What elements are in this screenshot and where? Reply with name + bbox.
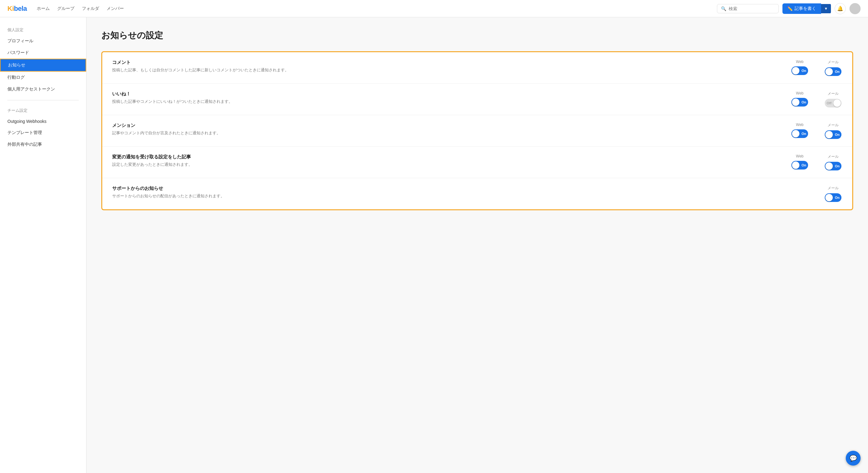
nav-home[interactable]: ホーム xyxy=(37,6,50,11)
write-button-label: 記事を書く xyxy=(795,6,816,11)
mention-web-text: On xyxy=(802,132,806,135)
comment-toggles: Web On メール On xyxy=(790,60,842,76)
like-mail-group: メール Off xyxy=(824,91,842,107)
watch-web-text: On xyxy=(802,163,806,167)
sidebar-item-notification[interactable]: お知らせ xyxy=(0,59,86,72)
mention-title: メンション xyxy=(112,123,790,128)
sidebar-item-activity-log[interactable]: 行動ログ xyxy=(0,72,86,83)
support-title: サポートからのお知らせ xyxy=(112,186,824,191)
notification-info-watch: 変更の通知を受け取る設定をした記事 設定した変更があったときに通知されます。 xyxy=(112,154,790,167)
support-mail-toggle[interactable]: On xyxy=(825,193,841,202)
pencil-icon: ✏️ xyxy=(787,6,793,11)
header-right: 🔍 ✏️ 記事を書く ▼ 🔔 xyxy=(717,3,861,14)
notification-info-comment: コメント 投稿した記事、もしくは自分がコメントした記事に新しいコメントがついたと… xyxy=(112,60,790,73)
like-web-knob xyxy=(792,98,799,106)
chat-button[interactable]: 💬 xyxy=(846,451,861,466)
write-button[interactable]: ✏️ 記事を書く xyxy=(782,3,821,14)
watch-web-label: Web xyxy=(796,154,803,158)
sidebar-divider xyxy=(7,100,79,100)
comment-web-knob xyxy=(792,67,799,74)
mention-mail-text: On xyxy=(835,133,840,136)
watch-mail-label: メール xyxy=(828,154,839,159)
mention-desc: 記事やコメント内で自分が言及されたときに通知されます。 xyxy=(112,130,790,136)
support-toggles: メール On xyxy=(824,186,842,202)
sidebar-item-webhooks[interactable]: Outgoing Webhooks xyxy=(0,116,86,127)
watch-mail-group: メール On xyxy=(824,154,842,170)
notification-row-like: いいね！ 投稿した記事やコメントにいいね！がついたときに通知されます。 Web … xyxy=(102,84,852,115)
write-btn-group: ✏️ 記事を書く ▼ xyxy=(782,3,831,14)
notification-info-like: いいね！ 投稿した記事やコメントにいいね！がついたときに通知されます。 xyxy=(112,91,790,104)
comment-web-label: Web xyxy=(796,60,803,64)
notification-info-mention: メンション 記事やコメント内で自分が言及されたときに通知されます。 xyxy=(112,123,790,136)
notification-row-comment: コメント 投稿した記事、もしくは自分がコメントした記事に新しいコメントがついたと… xyxy=(102,52,852,84)
like-mail-knob xyxy=(833,99,841,107)
like-web-text: On xyxy=(802,100,806,104)
write-button-dropdown[interactable]: ▼ xyxy=(821,4,831,13)
comment-web-text: On xyxy=(802,69,806,72)
comment-mail-group: メール On xyxy=(824,60,842,76)
like-toggles: Web On メール Off xyxy=(790,91,842,107)
header: Kibela ホーム グループ フォルダ メンバー 🔍 ✏️ 記事を書く ▼ 🔔 xyxy=(0,0,868,17)
comment-web-toggle[interactable]: On xyxy=(792,66,808,75)
search-icon: 🔍 xyxy=(721,6,726,11)
main-content: お知らせの設定 コメント 投稿した記事、もしくは自分がコメントした記事に新しいコ… xyxy=(87,17,868,473)
mention-mail-toggle[interactable]: On xyxy=(825,130,841,139)
logo[interactable]: Kibela xyxy=(7,5,27,13)
like-mail-label: メール xyxy=(828,91,839,96)
sidebar-item-external-share[interactable]: 外部共有中の記事 xyxy=(0,138,86,150)
like-mail-text: Off xyxy=(827,101,832,105)
sidebar-item-access-token[interactable]: 個人用アクセストークン xyxy=(0,83,86,95)
comment-mail-label: メール xyxy=(828,60,839,65)
watch-web-knob xyxy=(792,161,799,169)
nav-member[interactable]: メンバー xyxy=(106,6,124,11)
comment-mail-knob xyxy=(825,68,833,75)
watch-web-toggle[interactable]: On xyxy=(792,161,808,169)
watch-toggles: Web On メール On xyxy=(790,154,842,170)
support-mail-text: On xyxy=(835,196,840,199)
like-web-toggle[interactable]: On xyxy=(792,98,808,106)
watch-mail-knob xyxy=(825,162,833,170)
search-input[interactable] xyxy=(729,6,772,11)
mention-web-label: Web xyxy=(796,123,803,127)
avatar[interactable] xyxy=(849,3,861,14)
notification-row-watch: 変更の通知を受け取る設定をした記事 設定した変更があったときに通知されます。 W… xyxy=(102,147,852,178)
comment-mail-text: On xyxy=(835,70,840,73)
nav-group[interactable]: グループ xyxy=(57,6,74,11)
comment-mail-toggle[interactable]: On xyxy=(825,67,841,76)
notification-row-support: サポートからのお知らせ サポートからのお知らせの配信があったときに通知されます。… xyxy=(102,178,852,209)
sidebar-item-profile[interactable]: プロフィール xyxy=(0,35,86,47)
comment-desc: 投稿した記事、もしくは自分がコメントした記事に新しいコメントがついたときに通知さ… xyxy=(112,67,790,73)
mention-mail-group: メール On xyxy=(824,123,842,139)
bell-button[interactable]: 🔔 xyxy=(835,3,846,14)
watch-mail-toggle[interactable]: On xyxy=(825,162,841,170)
sidebar-item-password[interactable]: パスワード xyxy=(0,47,86,59)
like-web-label: Web xyxy=(796,91,803,95)
watch-title: 変更の通知を受け取る設定をした記事 xyxy=(112,154,790,160)
watch-desc: 設定した変更があったときに通知されます。 xyxy=(112,162,790,167)
search-box: 🔍 xyxy=(717,4,779,13)
like-mail-toggle[interactable]: Off xyxy=(825,99,841,107)
page-title: お知らせの設定 xyxy=(101,30,853,41)
notification-info-support: サポートからのお知らせ サポートからのお知らせの配信があったときに通知されます。 xyxy=(112,186,824,199)
comment-web-group: Web On xyxy=(790,60,809,75)
mention-web-knob xyxy=(792,130,799,137)
support-mail-label: メール xyxy=(828,186,839,191)
comment-title: コメント xyxy=(112,60,790,65)
mention-web-group: Web On xyxy=(790,123,809,138)
mention-mail-label: メール xyxy=(828,123,839,128)
personal-section-title: 個人設定 xyxy=(0,25,86,35)
mention-mail-knob xyxy=(825,131,833,138)
watch-mail-text: On xyxy=(835,164,840,168)
notification-card: コメント 投稿した記事、もしくは自分がコメントした記事に新しいコメントがついたと… xyxy=(101,51,853,210)
like-title: いいね！ xyxy=(112,91,790,97)
nav-folder[interactable]: フォルダ xyxy=(82,6,99,11)
mention-toggles: Web On メール On xyxy=(790,123,842,139)
like-web-group: Web On xyxy=(790,91,809,106)
support-desc: サポートからのお知らせの配信があったときに通知されます。 xyxy=(112,193,824,199)
sidebar: 個人設定 プロフィール パスワード お知らせ 行動ログ 個人用アクセストークン … xyxy=(0,17,87,473)
support-mail-knob xyxy=(825,194,833,201)
mention-web-toggle[interactable]: On xyxy=(792,129,808,138)
sidebar-item-templates[interactable]: テンプレート管理 xyxy=(0,127,86,138)
nav: ホーム グループ フォルダ メンバー xyxy=(37,6,124,11)
watch-web-group: Web On xyxy=(790,154,809,169)
